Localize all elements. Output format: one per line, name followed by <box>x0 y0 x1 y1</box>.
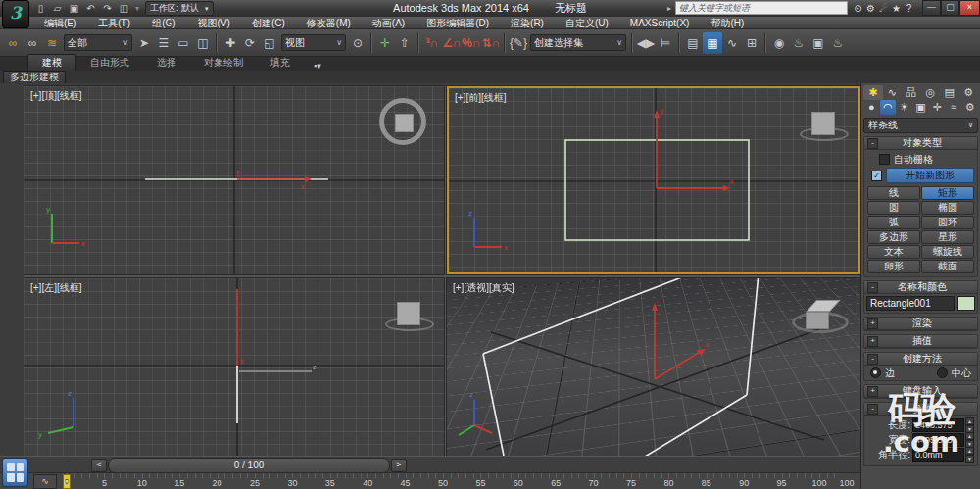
shape-button-矩形[interactable]: 矩形 <box>921 186 974 200</box>
bind-to-space-warp-icon[interactable]: ≋ <box>42 32 62 54</box>
rollout-keyboard-entry-header[interactable]: + 键盘输入 <box>864 385 977 398</box>
search-binoculars-icon[interactable]: ⊙ <box>852 3 864 14</box>
reference-coordinate-system-dropdown[interactable]: 视图∨ <box>281 34 346 51</box>
rollout-parameters-header[interactable]: - 参数 <box>864 403 977 416</box>
favorites-star-icon[interactable]: ★ <box>890 3 903 14</box>
cameras-tab[interactable]: ▣ <box>912 100 929 115</box>
shape-button-圆[interactable]: 圆 <box>867 201 920 215</box>
shape-button-椭圆[interactable]: 椭圆 <box>921 201 974 215</box>
shape-button-圆环[interactable]: 圆环 <box>921 216 974 229</box>
unlink-selection-icon[interactable]: ∞ <box>23 32 42 54</box>
viewport-left[interactable]: [+][左][线框] z x z y <box>24 278 444 456</box>
graphite-ribbon-toggle-icon[interactable]: ▦ <box>703 32 722 54</box>
viewcube-icon[interactable] <box>811 112 835 135</box>
named-selection-sets-dropdown[interactable]: 创建选择集∨ <box>530 34 626 51</box>
viewport-perspective[interactable]: [+][透视][真实] z x z <box>447 278 860 456</box>
time-slider-handle[interactable]: 0 / 100 <box>108 458 390 473</box>
helpers-tab[interactable]: ✛ <box>929 100 946 115</box>
viewport-layout-tabs-icon[interactable] <box>2 458 28 487</box>
menu-item-6[interactable]: 动画(A) <box>362 17 416 29</box>
shape-category-dropdown[interactable]: 样条线 ∨ <box>863 118 978 133</box>
undo-icon[interactable]: ↶ <box>83 2 98 15</box>
close-button[interactable]: × <box>959 0 980 16</box>
viewport-left-label[interactable]: [+][左][线框] <box>30 281 82 295</box>
menu-item-0[interactable]: 编辑(E) <box>33 17 87 29</box>
open-file-icon[interactable]: ▱ <box>50 2 65 15</box>
select-by-name-icon[interactable]: ☰ <box>154 32 173 54</box>
help-icon[interactable]: ? <box>903 3 915 14</box>
viewport-front-active[interactable]: [+][前][线框] y x z x <box>447 86 860 274</box>
menu-item-2[interactable]: 组(G) <box>141 17 186 29</box>
curve-editor-icon[interactable]: ∿ <box>722 32 742 54</box>
rollout-name-color-header[interactable]: - 名称和颜色 <box>864 281 977 294</box>
new-scene-icon[interactable]: ▯ <box>33 2 48 15</box>
menu-item-8[interactable]: 渲染(R) <box>500 17 555 29</box>
rollout-interpolation-header[interactable]: + 插值 <box>864 335 977 348</box>
track-bar[interactable]: 0 05101520253035404550556065707580859095… <box>0 472 860 489</box>
shape-button-卵形[interactable]: 卵形 <box>867 260 920 273</box>
lights-tab[interactable]: ☀ <box>896 100 912 115</box>
geometry-tab[interactable]: ● <box>863 100 880 115</box>
select-and-move-icon[interactable]: ✚ <box>220 32 240 54</box>
menu-item-3[interactable]: 视图(V) <box>187 17 241 29</box>
app-logo-button[interactable]: 3 <box>2 0 29 28</box>
viewport-front-label[interactable]: [+][前][线框] <box>455 91 507 105</box>
menu-item-10[interactable]: MAXScript(X) <box>619 17 701 29</box>
modify-tab[interactable]: ∿ <box>883 85 903 100</box>
ribbon-tab-1[interactable]: 自由形式 <box>76 55 143 71</box>
menu-item-9[interactable]: 自定义(U) <box>555 17 619 29</box>
shape-button-线[interactable]: 线 <box>867 186 920 200</box>
space-warps-tab[interactable]: ≈ <box>946 100 962 115</box>
save-file-icon[interactable]: ▣ <box>67 2 81 15</box>
viewport-top-label[interactable]: [+][顶][线框] <box>30 89 82 103</box>
ribbon-tab-3[interactable]: 对象绘制 <box>190 55 257 71</box>
select-object-icon[interactable]: ➤ <box>134 32 154 54</box>
ribbon-tab-4[interactable]: 填充 <box>257 55 304 71</box>
menu-item-11[interactable]: 帮助(H) <box>700 17 755 29</box>
quick-access-flyout-icon[interactable]: ▾ <box>135 4 139 13</box>
infocenter-collapse-icon[interactable]: ▸ <box>667 4 671 13</box>
select-and-scale-icon[interactable]: ◱ <box>260 32 279 54</box>
shape-button-文本[interactable]: 文本 <box>867 245 920 259</box>
schematic-view-icon[interactable]: ⊞ <box>742 32 761 54</box>
object-color-swatch[interactable] <box>957 296 975 311</box>
shape-button-螺旋线[interactable]: 螺旋线 <box>921 245 974 259</box>
viewcube-icon[interactable] <box>806 300 835 329</box>
shapes-tab[interactable]: ◠ <box>880 100 897 115</box>
render-setup-icon[interactable]: ♨ <box>789 32 808 54</box>
communication-center-icon[interactable]: ☄ <box>877 3 890 14</box>
keyboard-shortcut-override-icon[interactable]: ⇧ <box>395 32 415 54</box>
width-spinner[interactable]: ▲▼ <box>965 432 974 448</box>
menu-item-7[interactable]: 图形编辑器(D) <box>416 17 500 29</box>
minimize-button[interactable]: — <box>922 0 941 16</box>
radio-center[interactable]: 中心 <box>937 367 971 380</box>
redo-icon[interactable]: ↷ <box>100 2 115 15</box>
menu-item-1[interactable]: 工具(T) <box>87 17 141 29</box>
snaps-toggle-3d-icon[interactable]: ³∩ <box>422 32 442 54</box>
rollout-object-type-header[interactable]: - 对象类型 <box>864 137 977 150</box>
rollout-creation-method-header[interactable]: - 创建方法 <box>864 353 977 366</box>
align-icon[interactable]: ⊨ <box>656 32 675 54</box>
previous-frame-button[interactable]: < <box>91 459 107 472</box>
shape-button-星形[interactable]: 星形 <box>921 230 974 244</box>
window-crossing-toggle-icon[interactable]: ◫ <box>193 32 213 54</box>
select-and-link-icon[interactable]: ∞ <box>3 32 23 54</box>
ribbon-tab-2[interactable]: 选择 <box>143 55 190 71</box>
corner-radius-input[interactable]: 0.0mm <box>912 448 964 462</box>
start-new-shape-button[interactable]: 开始新图形 <box>886 168 974 183</box>
start-new-shape-checkbox[interactable]: ✓ <box>871 171 882 181</box>
viewcube-icon[interactable] <box>379 98 426 145</box>
shape-button-多边形[interactable]: 多边形 <box>867 230 920 244</box>
angle-snap-toggle-icon[interactable]: ∠∩ <box>442 32 462 54</box>
viewcube-icon[interactable] <box>397 302 420 325</box>
ribbon-minimize-icon[interactable]: ▪▾ <box>314 61 321 71</box>
maximize-button[interactable]: ▢ <box>941 0 959 16</box>
select-and-rotate-icon[interactable]: ⟳ <box>240 32 260 54</box>
create-tab[interactable]: ✱ <box>863 85 883 100</box>
radio-edge[interactable]: 边 <box>870 367 895 380</box>
utilities-tab[interactable]: ⚙ <box>959 85 979 100</box>
rollout-rendering-header[interactable]: + 渲染 <box>864 318 977 330</box>
rectangular-selection-region-icon[interactable]: ▭ <box>173 32 193 54</box>
autogrid-checkbox[interactable] <box>879 154 890 165</box>
selection-filter-dropdown[interactable]: 全部∨ <box>64 34 132 51</box>
